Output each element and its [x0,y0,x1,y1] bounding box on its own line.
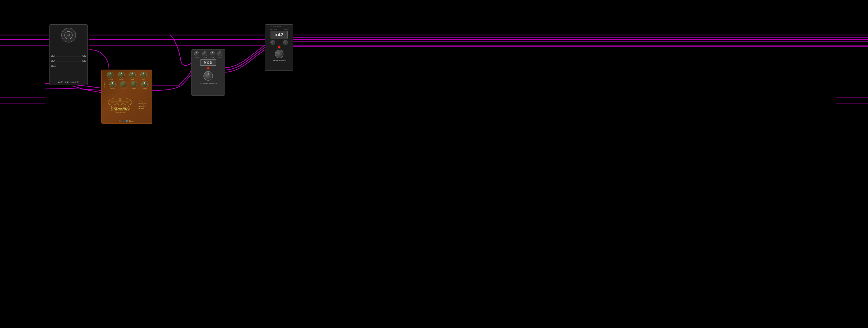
ais-port-left-1[interactable] [51,55,54,57]
auto-input-selector-module: ⊙ 1 1 2 2 M Auto Input Selector [49,24,88,86]
noisegate-module: THRESH ATTACK HOLD DECAY MOD Nois [191,49,225,96]
noisegate-name-label: NoiseGate Advanced [199,82,217,84]
xfade-main-knob[interactable] [275,50,283,58]
noisegate-knobs-row: THRESH ATTACK HOLD DECAY [193,51,224,58]
dragonfly-logo-area: Dragonfly Plate Reverb [103,96,137,113]
noisegate-mod-badge: MOD [200,59,216,66]
knob-wet-label: Wet [131,78,133,80]
svg-text:⊙: ⊙ [67,33,70,37]
ng-decay-dial[interactable] [217,51,222,56]
ng-thresh-label: THRESH [194,57,199,58]
dragonfly-wing-icon [107,96,132,109]
svg-point-5 [121,102,131,108]
ais-port-row-1: 1 1 [50,54,88,59]
knob-wet: Wet [129,72,135,80]
knob-wet-dial[interactable] [129,72,135,78]
shape-label: Shape [103,82,106,88]
knob-locut: Lo-Cut [110,81,116,90]
knob-locut-dial[interactable] [110,81,116,88]
dragonfly-type-section: Type Simple Nested Tank [137,99,151,111]
type-nested-label: Nested [141,105,146,107]
knob-dry-dial[interactable] [141,72,147,78]
footer-bypass-label: Bypass [129,120,134,122]
radio-tank [138,108,140,109]
knob-width-dial[interactable] [141,81,148,88]
cables-layer [0,0,868,328]
xfade-led [278,46,280,48]
knob-hicut: Hi-Cut [120,81,126,90]
x42-badge-text: x42 [275,32,283,38]
knob-decay: Decay [118,72,125,80]
svg-point-4 [109,102,120,108]
footer-on-label: On [119,120,121,122]
type-simple-label: Simple [141,103,146,105]
ng-hold-label: HOLD [211,57,214,58]
ais-port-left-m[interactable] [51,65,54,67]
knob-predelay-label: Predelay [107,78,114,80]
ais-name-label: Auto Input Selector [58,80,79,85]
knob-predelay-dial[interactable] [107,72,114,78]
type-nested[interactable]: Nested [138,105,149,107]
knob-dry: Dry [141,72,147,80]
knob-hicut-dial[interactable] [120,81,126,88]
svg-line-9 [120,100,128,101]
xfade-name-label: Stereo X-Fade [272,59,286,61]
ng-attack-dial[interactable] [202,51,207,56]
ng-thresh-dial[interactable] [194,51,199,56]
xfade-knob-signal [270,40,275,45]
ng-hold-dial[interactable] [210,51,215,56]
noisegate-main-knob[interactable] [204,71,213,80]
stereo-xfade-module: B-Scale Overlay 2 1 +1 1 SIGNAL A/B SHAP… [265,24,293,71]
xfade-top-label: B-Scale Overlay 2 1 +1 1 [272,26,287,28]
noisegate-led [207,67,209,69]
shape-ctrl-label: SHAPE [284,29,288,30]
type-tank[interactable]: Tank [138,108,149,110]
xfade-shape-dial[interactable] [283,40,288,45]
dragonfly-footer: On Bypass [103,119,151,123]
knob-hicut-label: Hi-Cut [121,88,125,90]
type-simple[interactable]: Simple [138,103,149,105]
dragonfly-reverb-module: Predelay Decay Wet Dry Shape [101,70,152,124]
mod-badge-text: MOD [204,61,213,64]
ng-knob-hold: HOLD [210,51,215,58]
bypass-toggle[interactable] [123,120,128,122]
knob-damp: Damp [131,81,137,90]
xfade-signal-dial[interactable] [270,40,275,45]
xfade-knob-shape [283,40,288,45]
ais-port-right-2[interactable] [84,60,86,62]
knob-damp-label: Damp [132,88,136,90]
ais-logo-icon: ⊙ [64,31,73,39]
svg-line-7 [112,100,120,101]
x42-badge: x42 [271,31,287,39]
ng-knob-thresh: THRESH [194,51,199,58]
knob-width-label: Width [143,88,147,90]
dragonfly-top-knobs: Predelay Decay Wet Dry [103,71,151,80]
ng-knob-decay: DECAY [217,51,222,58]
ais-port-left-2[interactable] [51,60,54,62]
radio-simple [138,103,140,104]
knob-decay-dial[interactable] [118,72,125,78]
dragonfly-subtitle: Plate Reverb [115,111,125,113]
knob-decay-label: Decay [119,78,124,80]
xfade-control-labels: SIGNAL A/B SHAPE [266,29,292,30]
ng-decay-label: DECAY [218,57,222,58]
knob-locut-label: Lo-Cut [110,88,115,90]
ais-port-row-m: M [50,64,88,69]
radio-nested [138,106,140,107]
knob-damp-dial[interactable] [131,81,137,88]
ng-knob-attack: ATTACK [202,51,207,58]
knob-width: Width [141,81,148,90]
ais-icon-area: ⊙ [61,28,76,42]
type-section-label: Type [138,100,149,102]
type-tank-label: Tank [141,108,144,110]
ais-port-row-2: 2 2 [50,59,88,64]
signal-ab-label: SIGNAL A/B [270,29,277,30]
toggle-thumb [126,120,128,122]
xfade-knobs-row [266,40,292,45]
knob-dry-label: Dry [142,78,145,80]
ng-attack-label: ATTACK [202,57,207,58]
ais-port-right-1[interactable] [84,55,86,57]
knob-predelay: Predelay [107,72,114,80]
